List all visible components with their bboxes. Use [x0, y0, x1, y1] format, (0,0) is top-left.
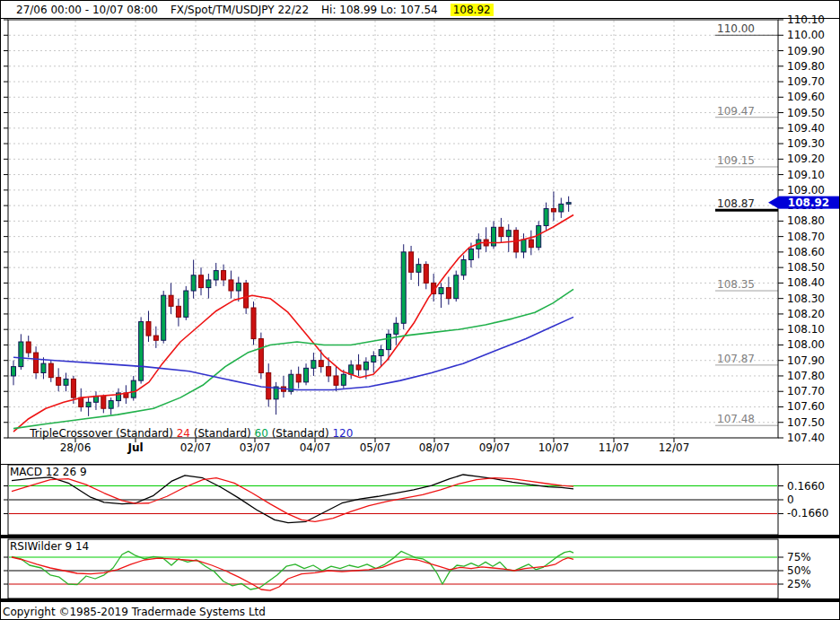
candlestick	[356, 365, 361, 370]
candlestick	[327, 367, 331, 376]
candlestick	[461, 260, 466, 275]
x-axis-label: 09/07	[479, 441, 511, 454]
annotation-label: 109.47	[717, 105, 755, 118]
y-axis-label: 107.40	[787, 432, 825, 444]
y-axis-label: 107.70	[787, 385, 825, 397]
candlestick	[41, 363, 46, 372]
candlestick	[251, 308, 256, 339]
candlestick	[424, 265, 428, 284]
last-price-tag: 108.92	[768, 196, 839, 210]
panel-border	[8, 539, 778, 598]
candlestick	[551, 209, 556, 212]
y-axis-label: 108.20	[787, 308, 825, 320]
y-axis-label: 109.60	[787, 91, 825, 103]
overlay-legend: TripleCrossover (Standard) 24 (Standard)…	[16, 415, 353, 452]
macd-label: MACD 12 26 9	[10, 466, 87, 478]
separator-thick	[1, 535, 840, 538]
level-label: 50%	[787, 564, 811, 577]
legend-part-4: (Standard)	[268, 427, 333, 440]
y-axis-label: 109.70	[787, 75, 825, 88]
candlestick	[244, 283, 249, 308]
legend-part-3: 60	[255, 427, 268, 440]
annotation-label: 107.87	[717, 353, 755, 365]
candlestick	[544, 209, 548, 226]
candlestick	[199, 275, 204, 288]
candlestick	[409, 252, 414, 272]
candlestick	[169, 295, 173, 306]
chart-canvas[interactable]: 110.10110.00109.90109.80109.70109.60109.…	[1, 1, 840, 620]
candlestick	[206, 280, 211, 288]
macd-panel: 0.16600-0.1660	[4, 465, 828, 535]
candlestick	[416, 265, 421, 273]
candlestick	[468, 249, 473, 259]
copyright-bar: Copyright ©1985-2019 Tradermade Systems …	[1, 603, 839, 620]
indicator-line-rsi14	[12, 557, 573, 590]
y-axis-label: 109.20	[787, 153, 825, 165]
candlestick	[176, 306, 180, 317]
candlestick	[19, 342, 23, 367]
y-axis-label: 109.10	[787, 169, 825, 181]
candlestick	[214, 271, 218, 280]
candlestick	[48, 363, 53, 378]
candlestick	[184, 291, 188, 317]
annotation-label: 107.48	[717, 413, 755, 425]
candlestick	[372, 356, 376, 362]
y-axis-label: 107.60	[787, 400, 825, 413]
y-axis-label: 109.40	[787, 122, 825, 135]
candlestick	[304, 368, 309, 382]
candlestick	[311, 361, 316, 369]
candlestick	[559, 204, 564, 212]
candlestick	[341, 374, 346, 385]
candlestick	[363, 362, 368, 370]
x-axis-label: 08/07	[419, 441, 451, 454]
y-axis-label: 110.00	[787, 29, 825, 41]
candlestick	[162, 295, 166, 340]
candlestick	[26, 342, 31, 353]
annotation-label: 108.87	[717, 197, 755, 210]
candlestick	[319, 361, 323, 367]
candlestick	[191, 275, 196, 291]
ma-line-60	[13, 289, 573, 428]
candlestick	[57, 378, 61, 386]
y-axis-label: 107.80	[787, 370, 825, 382]
y-axis-label: 108.10	[787, 323, 825, 336]
y-axis-label: 110.10	[787, 13, 825, 26]
rsi-label: RSIWilder 9 14	[10, 540, 89, 553]
y-axis-label: 108.50	[787, 261, 825, 274]
candles-layer	[12, 192, 572, 416]
candlestick	[86, 402, 91, 406]
x-axis-label: 11/07	[599, 441, 630, 454]
candlestick	[454, 275, 459, 299]
y-axis-label: 109.80	[787, 60, 825, 73]
level-label: 0	[787, 493, 794, 506]
y-axis-label: 108.70	[787, 231, 825, 243]
candlestick	[71, 379, 75, 397]
candlestick	[521, 240, 526, 252]
x-axis-label: 10/07	[538, 441, 570, 454]
y-axis-label: 107.90	[787, 354, 825, 367]
candlestick	[537, 226, 541, 248]
candlestick	[12, 367, 16, 376]
y-axis-label: 108.40	[787, 276, 825, 289]
x-axis-label: 12/07	[659, 441, 690, 454]
candlestick	[153, 336, 158, 340]
candlestick	[529, 240, 533, 248]
legend-part-5: 120	[332, 427, 353, 440]
annotation-label: 108.35	[717, 278, 755, 291]
candlestick	[258, 339, 263, 373]
chart-window: 27/06 00:00 - 10/07 08:00 FX/Spot/TM/USD…	[0, 0, 840, 620]
annotation-layer: 110.00109.47109.15108.87108.35107.87107.…	[715, 22, 778, 425]
candlestick	[79, 397, 83, 406]
price-tag-arrow	[768, 196, 779, 209]
candlestick	[379, 350, 383, 356]
candlestick	[394, 323, 398, 334]
candlestick	[34, 353, 39, 372]
x-axis-label: 05/07	[360, 441, 391, 454]
candlestick	[506, 231, 511, 237]
legend-part-1: 24	[177, 427, 190, 440]
candlestick	[401, 252, 406, 323]
candlestick	[267, 373, 271, 399]
candlestick	[236, 283, 241, 291]
candlestick	[109, 401, 113, 409]
rsi-panel: 75%50%25%	[4, 539, 811, 598]
